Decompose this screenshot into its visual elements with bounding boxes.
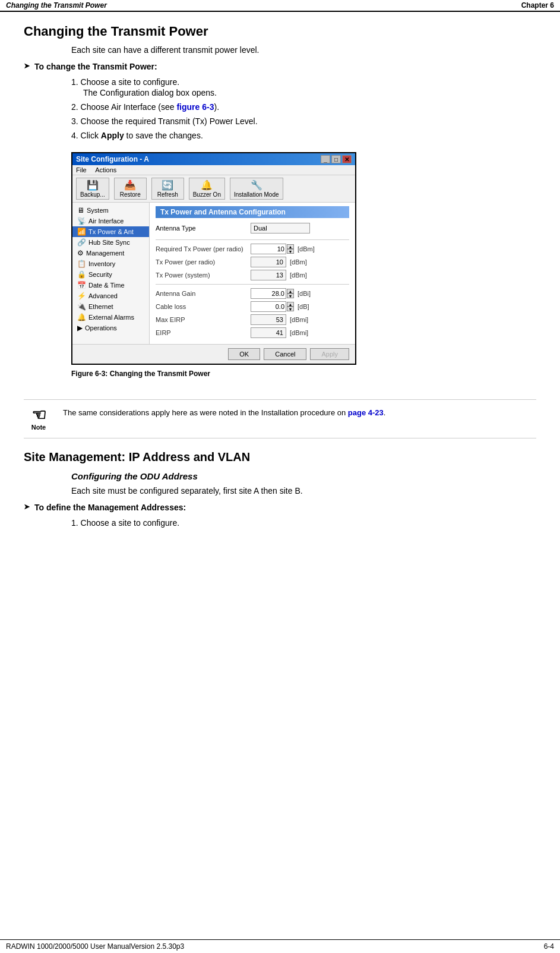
dialog-sidebar: 🖥 System 📡 Air Interface 📶 Tx Power & An… xyxy=(72,203,150,344)
antenna-type-row: Antenna Type Dual xyxy=(156,223,349,233)
section2-intro: Each site must be configured separately,… xyxy=(71,486,536,496)
spin-down[interactable]: ▼ xyxy=(287,249,294,254)
menu-file[interactable]: File xyxy=(76,166,87,173)
footer-right: 6-4 xyxy=(544,942,554,951)
separator-2 xyxy=(156,284,349,285)
tx-power-system-value: 13 xyxy=(251,270,286,280)
main-content: Changing the Transmit Power Each site ca… xyxy=(0,12,560,547)
ok-button[interactable]: OK xyxy=(228,348,260,360)
required-tx-power-spinner[interactable]: ▲ ▼ xyxy=(287,244,294,254)
max-eirp-row: Max EIRP 53 [dBmi] xyxy=(156,314,349,325)
management-icon: ⚙ xyxy=(77,249,84,257)
cable-loss-spin-down[interactable]: ▼ xyxy=(287,307,294,311)
hub-sync-icon: 🔗 xyxy=(77,238,86,247)
cable-loss-spinner[interactable]: ▲ ▼ xyxy=(287,302,294,311)
operations-icon: ▶ xyxy=(77,324,83,332)
sidebar-item-tx-power[interactable]: 📶 Tx Power & Ant xyxy=(72,226,149,237)
antenna-gain-row: Antenna Gain ▲ ▼ [dBi] xyxy=(156,288,349,299)
installation-button[interactable]: 🔧 Installation Mode xyxy=(230,178,283,200)
sidebar-alarms-label: External Alarms xyxy=(88,314,134,321)
restore-icon: 📥 xyxy=(124,179,136,191)
antenna-gain-spin-down[interactable]: ▼ xyxy=(287,294,294,298)
antenna-gain-spinner[interactable]: ▲ ▼ xyxy=(287,289,294,298)
max-eirp-value: 53 xyxy=(251,314,286,325)
dialog-titlebar-buttons: _ □ ✕ xyxy=(321,155,352,163)
footer-bar: RADWIN 1000/2000/5000 User ManualVersion… xyxy=(0,939,560,953)
sidebar-hub-label: Hub Site Sync xyxy=(88,239,130,246)
step-2-text: Choose Air Interface (see xyxy=(81,102,177,112)
buzzer-button[interactable]: 🔔 Buzzer On xyxy=(189,178,225,200)
sidebar-item-advanced[interactable]: ⚡ Advanced xyxy=(72,291,149,301)
dialog-title: Site Configuration - A xyxy=(76,155,149,163)
close-button[interactable]: ✕ xyxy=(342,155,352,163)
sidebar-air-label: Air Interface xyxy=(88,217,124,225)
sidebar-advanced-label: Advanced xyxy=(88,292,118,299)
steps-list: 1. Choose a site to configure. The Confi… xyxy=(71,77,536,140)
sidebar-item-date-time[interactable]: 📅 Date & Time xyxy=(72,280,149,291)
sidebar-inventory-label: Inventory xyxy=(88,260,115,267)
note-label: Note xyxy=(31,424,46,431)
cable-loss-row: Cable loss ▲ ▼ [dB] xyxy=(156,301,349,312)
external-alarms-icon: 🔔 xyxy=(77,313,86,321)
sidebar-item-inventory[interactable]: 📋 Inventory xyxy=(72,258,149,269)
figure-link[interactable]: figure 6-3 xyxy=(176,102,214,112)
subsection-title: Configuring the ODU Address xyxy=(71,471,536,481)
menu-actions[interactable]: Actions xyxy=(95,166,116,173)
apply-button[interactable]: Apply xyxy=(310,348,349,360)
sidebar-item-hub-sync[interactable]: 🔗 Hub Site Sync xyxy=(72,237,149,248)
tx-power-per-radio-row: Tx Power (per radio) 10 [dBm] xyxy=(156,257,349,267)
sidebar-item-external-alarms[interactable]: 🔔 External Alarms xyxy=(72,312,149,323)
footer-left: RADWIN 1000/2000/5000 User ManualVersion… xyxy=(6,942,184,951)
sidebar-item-air-interface[interactable]: 📡 Air Interface xyxy=(72,216,149,226)
dialog-titlebar: Site Configuration - A _ □ ✕ xyxy=(72,153,355,165)
sidebar-item-ethernet[interactable]: 🔌 Ethernet xyxy=(72,301,149,312)
refresh-icon: 🔄 xyxy=(162,179,173,191)
buzzer-icon: 🔔 xyxy=(201,179,213,191)
step-3: 3. Choose the required Transmit (Tx) Pow… xyxy=(71,116,536,126)
antenna-type-value: Dual xyxy=(251,223,310,233)
required-tx-power-input[interactable] xyxy=(251,244,286,254)
sidebar-management-label: Management xyxy=(86,250,124,257)
sidebar-item-security[interactable]: 🔒 Security xyxy=(72,269,149,280)
tx-power-icon: 📶 xyxy=(77,228,86,236)
antenna-gain-unit: [dBi] xyxy=(298,290,311,297)
sidebar-item-system[interactable]: 🖥 System xyxy=(72,205,149,216)
restore-button[interactable]: 📥 Restore xyxy=(114,178,147,200)
eirp-unit: [dBmi] xyxy=(290,329,308,336)
sidebar-item-management[interactable]: ⚙ Management xyxy=(72,248,149,258)
cable-loss-unit: [dB] xyxy=(298,303,309,310)
header-right: Chapter 6 xyxy=(521,1,554,10)
cable-loss-input[interactable] xyxy=(251,301,286,312)
note-link[interactable]: page 4-23 xyxy=(348,408,384,417)
antenna-gain-spin-up[interactable]: ▲ xyxy=(287,289,294,294)
dialog-toolbar: 💾 Backup... 📥 Restore 🔄 Refresh 🔔 Buzzer… xyxy=(72,175,355,203)
spin-up[interactable]: ▲ xyxy=(287,244,294,249)
step-1-sub: The Configuration dialog box opens. xyxy=(83,88,536,97)
antenna-gain-label: Antenna Gain xyxy=(156,290,251,297)
step-1-number: 1. xyxy=(71,77,78,87)
refresh-button[interactable]: 🔄 Refresh xyxy=(151,178,184,200)
tx-power-system-row: Tx Power (system) 13 [dBm] xyxy=(156,270,349,280)
maximize-button[interactable]: □ xyxy=(331,155,341,163)
buzzer-label: Buzzer On xyxy=(193,191,221,198)
cable-loss-spin-up[interactable]: ▲ xyxy=(287,302,294,307)
note-box: ☜ Note The same considerations apply her… xyxy=(24,399,536,438)
steps2-list: 1. Choose a site to configure. xyxy=(71,518,536,528)
minimize-button[interactable]: _ xyxy=(321,155,330,163)
sidebar-item-operations[interactable]: ▶ Operations xyxy=(72,323,149,333)
sidebar-tx-label: Tx Power & Ant xyxy=(88,228,134,235)
step-2-end: ). xyxy=(214,102,219,112)
required-tx-power-row: Required Tx Power (per radio) ▲ ▼ [dBm] xyxy=(156,244,349,254)
step2-1: 1. Choose a site to configure. xyxy=(71,518,536,528)
page-title: Changing the Transmit Power xyxy=(24,24,536,39)
antenna-gain-input[interactable] xyxy=(251,288,286,299)
backup-button[interactable]: 💾 Backup... xyxy=(76,178,109,200)
sidebar-system-label: System xyxy=(87,207,109,214)
section2-title: Site Management: IP Address and VLAN xyxy=(24,450,536,464)
required-tx-power-unit: [dBm] xyxy=(298,245,315,253)
cancel-button[interactable]: Cancel xyxy=(264,348,306,360)
ethernet-icon: 🔌 xyxy=(77,302,86,311)
installation-label: Installation Mode xyxy=(234,191,279,198)
dialog-menu: File Actions xyxy=(72,165,355,175)
procedure2-title: To define the Management Addresses: xyxy=(24,503,536,512)
